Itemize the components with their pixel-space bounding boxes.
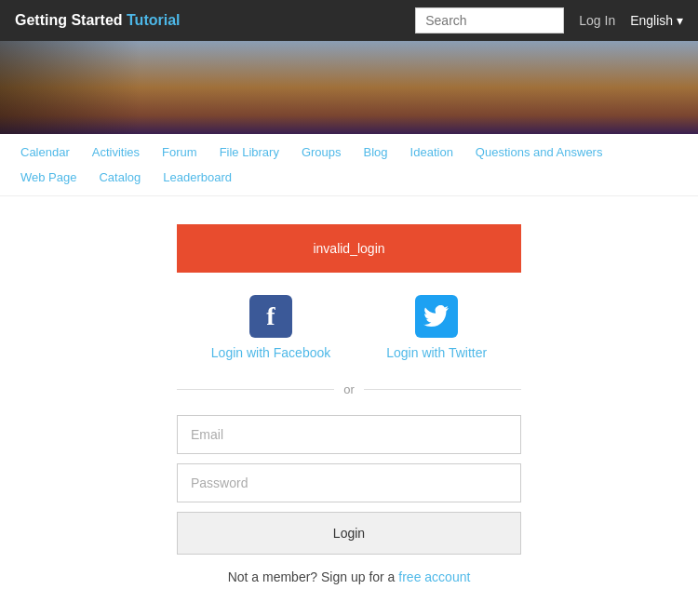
hero-banner — [0, 41, 698, 134]
or-divider: or — [177, 382, 521, 396]
nav-item-calendar[interactable]: Calendar — [9, 141, 81, 163]
nav-item-leaderboard[interactable]: Leaderboard — [152, 167, 243, 188]
nav-item-file-library[interactable]: File Library — [208, 141, 290, 163]
login-button[interactable]: Login — [177, 512, 521, 555]
signup-link[interactable]: free account — [398, 569, 470, 584]
search-input[interactable] — [415, 7, 564, 33]
social-login-row: f Login with Facebook Login with Twitter — [211, 295, 487, 360]
twitter-icon — [415, 295, 458, 338]
facebook-icon: f — [249, 295, 292, 338]
email-input[interactable] — [177, 415, 521, 454]
twitter-login-button[interactable]: Login with Twitter — [386, 295, 487, 360]
banner-overlay — [0, 41, 698, 134]
password-form-group — [177, 463, 521, 502]
app-title-accent: Tutorial — [127, 12, 180, 28]
or-line-left — [177, 389, 334, 390]
facebook-login-button[interactable]: f Login with Facebook — [211, 295, 330, 360]
main-content: invalid_login f Login with Facebook Logi… — [0, 196, 698, 612]
nav-item-groups[interactable]: Groups — [290, 141, 353, 163]
nav-item-forum[interactable]: Forum — [151, 141, 208, 163]
nav-item-questions-answers[interactable]: Questions and Answers — [464, 141, 614, 163]
signup-text: Not a member? Sign up for a free account — [228, 569, 471, 584]
email-form-group — [177, 415, 521, 454]
password-input[interactable] — [177, 463, 521, 502]
nav-item-ideation[interactable]: Ideation — [399, 141, 464, 163]
facebook-login-label: Login with Facebook — [211, 345, 330, 360]
nav-item-blog[interactable]: Blog — [353, 141, 399, 163]
or-text: or — [343, 382, 355, 396]
twitter-login-label: Login with Twitter — [386, 345, 487, 360]
nav-item-activities[interactable]: Activities — [81, 141, 151, 163]
nav-item-catalog[interactable]: Catalog — [87, 167, 152, 188]
or-line-right — [364, 389, 521, 390]
signup-prefix: Not a member? Sign up for a — [228, 569, 399, 584]
nav-item-web-page[interactable]: Web Page — [9, 167, 87, 188]
app-title: Getting Started Tutorial — [15, 12, 415, 29]
main-nav: Calendar Activities Forum File Library G… — [0, 134, 698, 196]
header: Getting Started Tutorial Log In English … — [0, 0, 698, 41]
invalid-login-banner: invalid_login — [177, 224, 521, 273]
login-link[interactable]: Log In — [579, 13, 615, 28]
language-selector[interactable]: English ▾ — [630, 13, 683, 28]
